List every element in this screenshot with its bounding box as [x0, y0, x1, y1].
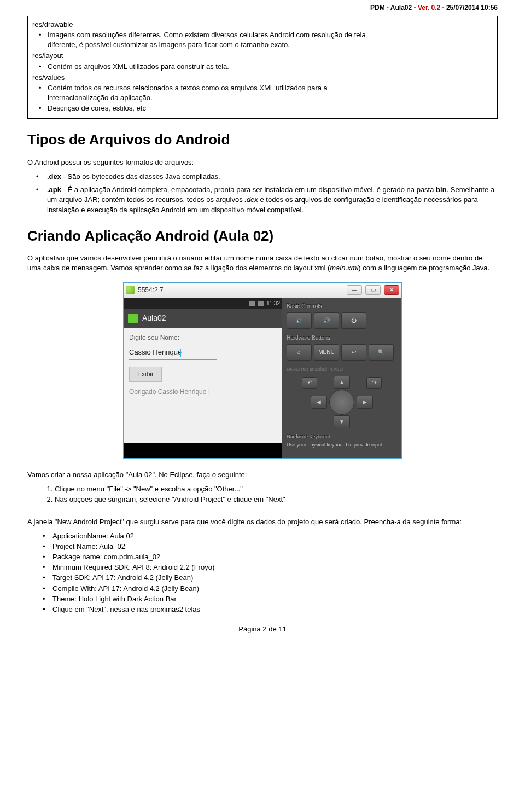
form-compile-with: Compile With: API 17: Android 4.2 (Jelly…: [52, 584, 498, 594]
step-2: Nas opções que surgiram, selecione "Andr…: [55, 495, 498, 504]
close-button[interactable]: ✕: [384, 285, 399, 295]
res-values-title: res/values: [32, 73, 369, 83]
form-min-sdk: Minimum Required SDK: API 8: Android 2.2…: [52, 562, 498, 572]
heading-tipos-arquivos: Tipos de Arquivos do Android: [27, 130, 498, 149]
dpad: ↶ ↷ ▲ ▼ ◀ ▶: [301, 376, 383, 428]
resources-table: res/drawable Imagens com resoluções dife…: [27, 16, 498, 119]
form-project-name: Project Name: Aula_02: [52, 542, 498, 552]
power-button[interactable]: ⏻: [341, 312, 366, 329]
result-message: Obrigado Cassio Henrique !: [129, 387, 277, 397]
minimize-button[interactable]: —: [347, 285, 362, 295]
paragraph-app-desc: O aplicativo que vamos desenvolver permi…: [27, 253, 498, 273]
basic-controls-header: Basic Controls: [287, 303, 397, 310]
action-bar: Aula02: [124, 309, 282, 328]
resources-cell: res/drawable Imagens com resoluções dife…: [32, 19, 369, 114]
header-version: Ver. 0.2: [418, 4, 440, 11]
form-target-sdk: Target SDK: API 17: Android 4.2 (Jelly B…: [52, 573, 498, 583]
res-layout-desc: Contém os arquivos XML utilizados para c…: [48, 62, 369, 72]
apk-bin: bin: [436, 185, 447, 194]
rotate-cw-button[interactable]: ↷: [366, 377, 382, 389]
android-icon: [126, 286, 135, 294]
name-input[interactable]: Cassio Henrique: [129, 346, 217, 359]
paragraph-formatos: O Android possui os seguintes formatos d…: [27, 158, 498, 167]
rotate-ccw-button[interactable]: ↶: [302, 377, 317, 389]
app-desc-b: ) com a linguagem de programação Java.: [358, 264, 489, 272]
res-values-desc1: Contém todos os recursos relacionados a …: [48, 83, 369, 103]
hw-buttons-header: Hardware Buttons: [287, 334, 397, 342]
volume-down-button[interactable]: 🔉: [287, 312, 312, 329]
emulator-controls: Basic Controls 🔉 🔊 ⏻ Hardware Buttons ⌂ …: [282, 298, 401, 458]
dpad-down-button[interactable]: ▼: [334, 415, 350, 428]
apk-t1: - É a aplicação Android completa, empaco…: [61, 185, 436, 194]
name-label: Digite seu Nome:: [129, 333, 277, 343]
dpad-up-button[interactable]: ▲: [334, 376, 350, 389]
signal-icon: [249, 301, 255, 306]
form-next: Clique em "Next", nessa e nas proximas2 …: [52, 605, 498, 614]
app-name: Aula02: [142, 313, 166, 324]
emulator-window: 5554:2.7 — ▭ ✕ 11:32 Aula02 Digite seu N…: [123, 282, 402, 459]
search-button[interactable]: 🔍: [369, 344, 394, 361]
list-item-dex: .dex - São os bytecodes das classes Java…: [47, 172, 498, 182]
dpad-left-button[interactable]: ◀: [311, 396, 327, 409]
dex-bold: .dex: [47, 172, 61, 181]
back-button[interactable]: ↩: [341, 344, 366, 361]
res-drawable-desc: Imagens com resoluções diferentes. Como …: [48, 30, 369, 50]
header-prefix: PDM - Aula02 -: [370, 4, 418, 11]
paragraph-criar-app: Vamos criar a nossa aplicação "Aula 02".…: [27, 470, 498, 480]
step-1: Clique no menu "File" -> "New" e escolha…: [55, 484, 498, 494]
volume-up-button[interactable]: 🔊: [314, 312, 339, 329]
emulator-titlebar: 5554:2.7 — ▭ ✕: [124, 283, 401, 298]
resources-cell-empty: [369, 19, 493, 114]
app-desc-i: main.xml: [330, 264, 358, 272]
header-suffix: - 25/07/2014 10:56: [440, 4, 498, 11]
res-layout-title: res/layout: [32, 51, 369, 61]
apk-bold: .apk: [47, 185, 61, 194]
dex-text: - São os bytecodes das classes Java comp…: [61, 172, 220, 181]
form-app-name: ApplicationName: Aula 02: [52, 531, 498, 541]
page-footer: Página 2 de 11: [27, 624, 498, 634]
app-content: Digite seu Nome: Cassio Henrique Exibir …: [124, 328, 282, 443]
hw-keyboard-text: Use your physical keyboard to provide in…: [287, 442, 397, 448]
paragraph-project-form: A janela "New Android Project" que surgi…: [27, 517, 498, 527]
app-launcher-icon: [128, 314, 138, 323]
heading-criando-app: Criando Aplicação Android (Aula 02): [27, 226, 498, 246]
dpad-right-button[interactable]: ▶: [357, 396, 373, 409]
apk-italic: .dex: [244, 195, 258, 204]
exibir-button[interactable]: Exibir: [129, 367, 162, 382]
form-theme: Theme: Holo Light with Dark Action Bar: [52, 594, 498, 604]
home-button[interactable]: ⌂: [287, 344, 312, 361]
emulator-title: 5554:2.7: [138, 286, 343, 295]
list-item-apk: .apk - É a aplicação Android completa, e…: [47, 185, 498, 215]
form-package-name: Package name: com.pdm.aula_02: [52, 552, 498, 562]
dpad-note: DPAD not enabled in AVD: [287, 366, 397, 373]
text-cursor: [180, 349, 181, 357]
status-bar: 11:32: [124, 298, 282, 309]
menu-button[interactable]: MENU: [314, 344, 339, 361]
dpad-center-button[interactable]: [329, 390, 354, 415]
res-values-desc2: Descrição de cores, estilos, etc: [48, 103, 369, 113]
res-drawable-title: res/drawable: [32, 20, 369, 30]
maximize-button[interactable]: ▭: [365, 285, 381, 295]
hw-keyboard-header: Hardware Keyboard: [287, 434, 397, 440]
battery-icon: [258, 301, 264, 306]
status-time: 11:32: [266, 300, 280, 308]
page-header: PDM - Aula02 - Ver. 0.2 - 25/07/2014 10:…: [27, 0, 498, 16]
phone-screen: 11:32 Aula02 Digite seu Nome: Cassio Hen…: [124, 298, 282, 458]
